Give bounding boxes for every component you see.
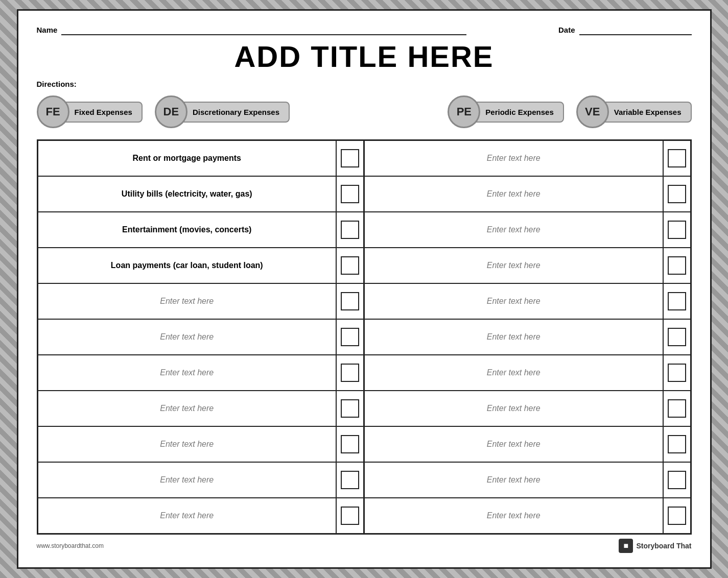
- right-checkbox-4: [663, 284, 690, 319]
- right-checkbox-inner-8[interactable]: [668, 435, 686, 453]
- left-row-text-2: Entertainment (movies, concerts): [38, 220, 336, 239]
- left-row-6: Enter text here: [38, 355, 364, 391]
- left-checkbox-inner-3[interactable]: [341, 256, 359, 275]
- left-row-text-5[interactable]: Enter text here: [38, 327, 336, 347]
- legend-label-ve: Variable Expenses: [600, 102, 692, 123]
- left-row-9: Enter text here: [38, 463, 364, 498]
- left-checkbox-7: [336, 391, 363, 426]
- right-row-6: Enter text here: [365, 355, 690, 391]
- right-checkbox-inner-7[interactable]: [668, 399, 686, 418]
- left-checkbox-inner-6[interactable]: [341, 364, 359, 382]
- page-title[interactable]: ADD TITLE HERE: [37, 40, 692, 73]
- left-row-5: Enter text here: [38, 320, 364, 355]
- right-row-text-1[interactable]: Enter text here: [365, 184, 663, 204]
- right-row-text-9[interactable]: Enter text here: [365, 470, 663, 490]
- left-checkbox-5: [336, 320, 363, 354]
- right-checkbox-10: [663, 498, 690, 533]
- left-row-3: Loan payments (car loan, student loan): [38, 248, 364, 284]
- directions-label: Directions:: [37, 80, 692, 88]
- left-checkbox-inner-2[interactable]: [341, 221, 359, 239]
- left-checkbox-2: [336, 212, 363, 247]
- date-line[interactable]: [579, 25, 692, 35]
- left-row-text-3: Loan payments (car loan, student loan): [38, 256, 336, 275]
- right-checkbox-6: [663, 355, 690, 390]
- left-checkbox-10: [336, 498, 363, 533]
- left-checkbox-1: [336, 177, 363, 211]
- right-checkbox-inner-10[interactable]: [668, 507, 686, 525]
- legend-badge-pe: PE: [448, 95, 480, 128]
- left-row-text-7[interactable]: Enter text here: [38, 399, 336, 418]
- left-row-text-9[interactable]: Enter text here: [38, 470, 336, 490]
- right-checkbox-3: [663, 248, 690, 283]
- left-checkbox-inner-9[interactable]: [341, 471, 359, 489]
- legend-badge-fe: FE: [37, 95, 69, 128]
- left-checkbox-inner-7[interactable]: [341, 399, 359, 418]
- left-row-text-8[interactable]: Enter text here: [38, 435, 336, 454]
- right-row-text-7[interactable]: Enter text here: [365, 399, 663, 418]
- right-row-text-0[interactable]: Enter text here: [365, 149, 663, 168]
- legend-item-ve: VE Variable Expenses: [576, 95, 692, 128]
- right-checkbox-inner-5[interactable]: [668, 328, 686, 346]
- right-row-text-3[interactable]: Enter text here: [365, 256, 663, 275]
- left-checkbox-4: [336, 284, 363, 319]
- right-row-text-4[interactable]: Enter text here: [365, 292, 663, 311]
- left-row-text-6[interactable]: Enter text here: [38, 363, 336, 382]
- left-row-text-10[interactable]: Enter text here: [38, 506, 336, 525]
- left-row-4: Enter text here: [38, 284, 364, 320]
- name-block: Name: [37, 25, 466, 35]
- left-checkbox-8: [336, 427, 363, 462]
- left-row-text-1: Utility bills (electricity, water, gas): [38, 184, 336, 204]
- footer-website: www.storyboardthat.com: [37, 542, 104, 549]
- right-row-text-8[interactable]: Enter text here: [365, 435, 663, 454]
- legend-item-fe: FE Fixed Expenses: [37, 95, 143, 128]
- name-line[interactable]: [61, 25, 466, 35]
- left-row-text-4[interactable]: Enter text here: [38, 292, 336, 311]
- left-row-7: Enter text here: [38, 391, 364, 427]
- worksheet-sheet: Name Date ADD TITLE HERE Directions: FE …: [17, 9, 712, 569]
- header-row: Name Date: [37, 25, 692, 35]
- right-row-text-2[interactable]: Enter text here: [365, 220, 663, 239]
- right-row-text-10[interactable]: Enter text here: [365, 506, 663, 525]
- right-row-3: Enter text here: [365, 248, 690, 284]
- footer-brand: ■ Storyboard That: [619, 539, 691, 553]
- left-checkbox-inner-1[interactable]: [341, 185, 359, 203]
- right-checkbox-inner-2[interactable]: [668, 221, 686, 239]
- right-row-4: Enter text here: [365, 284, 690, 320]
- right-checkbox-inner-1[interactable]: [668, 185, 686, 203]
- name-label: Name: [37, 26, 58, 35]
- right-checkbox-2: [663, 212, 690, 247]
- right-checkbox-inner-6[interactable]: [668, 364, 686, 382]
- right-checkbox-inner-4[interactable]: [668, 292, 686, 310]
- left-checkbox-inner-4[interactable]: [341, 292, 359, 310]
- right-row-7: Enter text here: [365, 391, 690, 427]
- right-row-9: Enter text here: [365, 463, 690, 498]
- right-row-5: Enter text here: [365, 320, 690, 355]
- left-checkbox-3: [336, 248, 363, 283]
- legend-item-de: DE Discretionary Expenses: [155, 95, 290, 128]
- left-checkbox-0: [336, 141, 363, 176]
- left-checkbox-inner-5[interactable]: [341, 328, 359, 346]
- right-row-text-6[interactable]: Enter text here: [365, 363, 663, 382]
- right-checkbox-1: [663, 177, 690, 211]
- legend-badge-ve: VE: [576, 95, 609, 128]
- right-checkbox-inner-3[interactable]: [668, 256, 686, 275]
- right-row-text-5[interactable]: Enter text here: [365, 327, 663, 347]
- right-checkbox-inner-0[interactable]: [668, 149, 686, 167]
- left-checkbox-inner-0[interactable]: [341, 149, 359, 167]
- left-row-10: Enter text here: [38, 498, 364, 533]
- left-row-0: Rent or mortgage payments: [38, 141, 364, 177]
- left-row-1: Utility bills (electricity, water, gas): [38, 177, 364, 212]
- left-checkbox-inner-10[interactable]: [341, 507, 359, 525]
- right-row-8: Enter text here: [365, 427, 690, 463]
- right-checkbox-inner-9[interactable]: [668, 471, 686, 489]
- left-checkbox-inner-8[interactable]: [341, 435, 359, 453]
- tables-container: Rent or mortgage paymentsUtility bills (…: [37, 139, 692, 535]
- right-row-2: Enter text here: [365, 212, 690, 248]
- legend-row: FE Fixed Expenses DE Discretionary Expen…: [37, 95, 692, 128]
- right-column: Enter text hereEnter text hereEnter text…: [365, 141, 690, 533]
- legend-label-de: Discretionary Expenses: [178, 102, 290, 123]
- legend-label-fe: Fixed Expenses: [60, 102, 143, 123]
- legend-label-pe: Periodic Expenses: [471, 102, 563, 123]
- right-row-0: Enter text here: [365, 141, 690, 177]
- page-background: Name Date ADD TITLE HERE Directions: FE …: [0, 0, 728, 578]
